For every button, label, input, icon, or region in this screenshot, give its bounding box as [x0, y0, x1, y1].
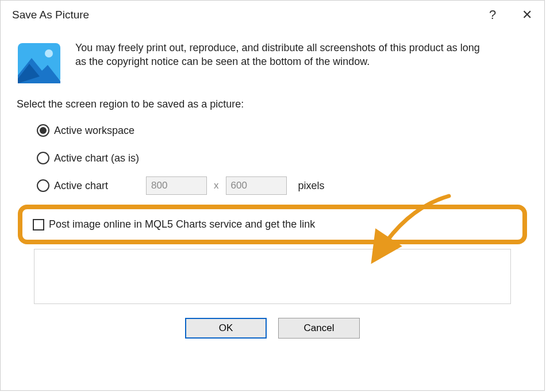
radio-icon	[37, 179, 49, 192]
dialog-content: You may freely print out, reproduce, and…	[1, 29, 544, 339]
save-as-picture-dialog: Save As Picture ? ✕ You may freely print…	[0, 0, 545, 391]
post-online-highlight: Post image online in MQL5 Charts service…	[18, 205, 527, 244]
radio-icon	[37, 152, 49, 164]
radio-label: Active chart (as is)	[54, 152, 139, 164]
intro-text: You may freely print out, reproduce, and…	[75, 41, 489, 69]
radio-active-workspace[interactable]: Active workspace	[37, 122, 528, 139]
post-online-label: Post image online in MQL5 Charts service…	[49, 218, 315, 230]
width-input[interactable]	[146, 176, 207, 195]
ok-button[interactable]: OK	[185, 318, 267, 339]
link-output-box	[34, 249, 511, 304]
post-online-checkbox[interactable]	[33, 219, 44, 230]
radio-active-chart[interactable]: Active chart x pixels	[37, 177, 528, 194]
radio-label: Active chart	[54, 180, 108, 192]
radio-active-chart-asis[interactable]: Active chart (as is)	[37, 149, 528, 167]
titlebar-buttons: ? ✕	[475, 1, 544, 29]
titlebar: Save As Picture ? ✕	[1, 1, 544, 29]
select-region-label: Select the screen region to be saved as …	[17, 98, 528, 110]
help-button[interactable]: ?	[475, 1, 510, 29]
height-input[interactable]	[226, 176, 287, 195]
dialog-title: Save As Picture	[1, 9, 89, 21]
picture-icon	[17, 41, 61, 86]
button-row: OK Cancel	[17, 318, 528, 339]
close-button[interactable]: ✕	[510, 1, 544, 29]
radio-icon	[37, 124, 49, 137]
svg-point-1	[45, 49, 53, 57]
radio-group: Active workspace Active chart (as is) Ac…	[17, 122, 528, 194]
radio-label: Active workspace	[54, 125, 134, 137]
dimension-separator: x	[214, 180, 219, 191]
cancel-button[interactable]: Cancel	[278, 318, 360, 339]
pixels-label: pixels	[298, 180, 325, 192]
intro-row: You may freely print out, reproduce, and…	[17, 41, 528, 86]
